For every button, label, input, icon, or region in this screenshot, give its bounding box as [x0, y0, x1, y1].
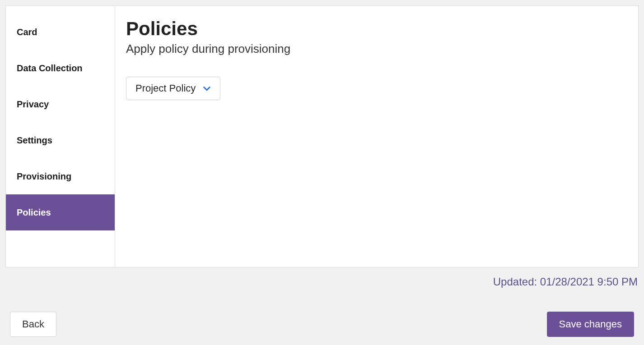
page-title: Policies [126, 18, 627, 39]
sidebar-item-settings[interactable]: Settings [6, 122, 115, 158]
sidebar-item-data-collection[interactable]: Data Collection [6, 50, 115, 86]
chevron-down-icon [202, 83, 212, 93]
updated-timestamp: Updated: 01/28/2021 9:50 PM [5, 276, 639, 288]
sidebar-item-policies[interactable]: Policies [6, 194, 115, 230]
sidebar-item-label: Policies [17, 207, 51, 217]
sidebar-item-card[interactable]: Card [6, 14, 115, 50]
dropdown-selected-label: Project Policy [135, 83, 196, 94]
back-button[interactable]: Back [10, 312, 56, 337]
sidebar-item-label: Settings [17, 135, 52, 145]
save-changes-button[interactable]: Save changes [547, 312, 634, 337]
sidebar: Card Data Collection Privacy Settings Pr… [6, 6, 115, 267]
sidebar-item-privacy[interactable]: Privacy [6, 86, 115, 122]
policy-dropdown[interactable]: Project Policy [126, 77, 220, 100]
footer-actions: Back Save changes [10, 312, 634, 337]
sidebar-item-provisioning[interactable]: Provisioning [6, 158, 115, 194]
sidebar-item-label: Provisioning [17, 171, 71, 181]
sidebar-item-label: Privacy [17, 99, 49, 109]
sidebar-item-label: Card [17, 27, 37, 37]
sidebar-item-label: Data Collection [17, 63, 83, 73]
page-subtitle: Apply policy during provisioning [126, 42, 627, 56]
main-content: Policies Apply policy during provisionin… [115, 6, 638, 267]
settings-panel: Card Data Collection Privacy Settings Pr… [5, 5, 639, 267]
